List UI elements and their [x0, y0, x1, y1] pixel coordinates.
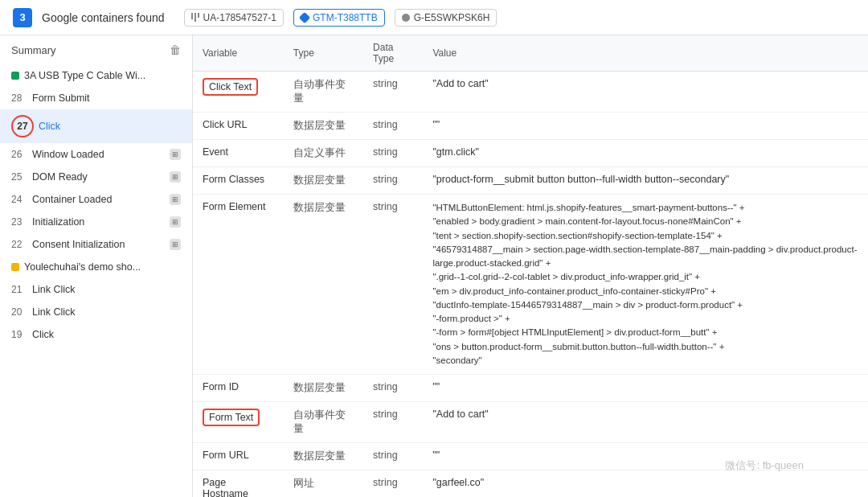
- cell-variable: Form Element: [193, 195, 284, 375]
- cell-variable: Form URL: [193, 443, 284, 470]
- col-value: Value: [423, 35, 868, 72]
- cell-type: 数据层变量: [284, 167, 363, 195]
- tag-ua[interactable]: UA-178547527-1: [184, 9, 284, 27]
- table-row: Page Hostname 网址 string "garfeel.co": [193, 470, 868, 498]
- sidebar-label-youlechuhai: Youlechuhai's demo sho...: [24, 261, 181, 273]
- cell-dtype: string: [363, 195, 423, 375]
- summary-label: Summary: [11, 44, 56, 56]
- sidebar-item-formsubmit[interactable]: 28 Form Submit: [0, 87, 192, 109]
- header: 3 Google containers found UA-178547527-1…: [0, 0, 868, 35]
- tag-ga[interactable]: G-E5SWKPSK6H: [395, 9, 497, 27]
- sidebar-item-windowloaded[interactable]: 26 Window Loaded ⊞: [0, 143, 192, 166]
- item-num-21: 21: [11, 284, 27, 295]
- cell-type: 数据层变量: [284, 443, 363, 470]
- cell-value: "": [423, 113, 868, 140]
- highlighted-formtext: Form Text: [203, 409, 260, 426]
- cell-dtype: string: [363, 72, 423, 113]
- highlighted-variable: Click Text: [203, 78, 258, 96]
- cell-dtype: string: [363, 375, 423, 402]
- tag-gtm[interactable]: GTM-T388TTB: [293, 9, 385, 27]
- cell-value: "": [423, 375, 868, 402]
- col-variable: Variable: [193, 35, 284, 72]
- badge-icon-24: ⊞: [170, 194, 181, 205]
- table-row: Click Text 自动事件变量 string "Add to cart": [193, 72, 868, 113]
- table-row: Form URL 数据层变量 string "": [193, 443, 868, 470]
- item-num-19: 19: [11, 329, 27, 340]
- cell-type: 自动事件变量: [284, 72, 363, 113]
- cell-variable: Form Text: [193, 402, 284, 443]
- cell-variable: Page Hostname: [193, 470, 284, 498]
- cell-dtype: string: [363, 443, 423, 470]
- sidebar-label-domready: DOM Ready: [32, 171, 165, 183]
- col-type: Type: [284, 35, 363, 72]
- sidebar-label-windowloaded: Window Loaded: [32, 149, 165, 160]
- badge-icon-25: ⊞: [170, 171, 181, 183]
- badge-count: 3: [13, 8, 32, 27]
- orange-dot-icon: [11, 263, 19, 271]
- cell-value: "gtm.click": [423, 140, 868, 167]
- sidebar-label-consentinit: Consent Initialization: [32, 239, 165, 250]
- sidebar-item-3ausb[interactable]: 3A USB Type C Cable Wi...: [0, 64, 192, 87]
- item-num-26: 26: [11, 149, 27, 160]
- sidebar-item-linkclick-20[interactable]: 20 Link Click: [0, 301, 192, 323]
- item-num-24: 24: [11, 194, 27, 205]
- sidebar-label-linkclick-21: Link Click: [32, 284, 181, 295]
- sidebar-item-containerloaded[interactable]: 24 Container Loaded ⊞: [0, 188, 192, 211]
- table-row: Form Text 自动事件变量 string "Add to cart": [193, 402, 868, 443]
- badge-icon-22: ⊞: [170, 239, 181, 250]
- table-row: Form Classes 数据层变量 string "product-form_…: [193, 167, 868, 195]
- cell-type: 自定义事件: [284, 140, 363, 167]
- sidebar-item-click-19[interactable]: 19 Click: [0, 323, 192, 346]
- sidebar-item-initialization[interactable]: 23 Initialization ⊞: [0, 211, 192, 233]
- cell-type: 数据层变量: [284, 375, 363, 402]
- cell-value: "": [423, 443, 868, 470]
- ga-icon: [402, 14, 410, 22]
- sidebar-label-linkclick-20: Link Click: [32, 306, 181, 318]
- sidebar-header: Summary 🗑: [0, 35, 192, 64]
- item-num-25: 25: [11, 171, 27, 183]
- item-num-22: 22: [11, 239, 27, 250]
- cell-value: "Add to cart": [423, 402, 868, 443]
- badge-icon-26: ⊞: [170, 149, 181, 160]
- col-dtype: Data Type: [363, 35, 423, 72]
- item-num-20: 20: [11, 306, 27, 318]
- sidebar-item-youlechuhai[interactable]: Youlechuhai's demo sho...: [0, 256, 192, 278]
- circle-27-badge: 27: [11, 115, 34, 138]
- tag-ua-label: UA-178547527-1: [203, 12, 276, 23]
- sidebar-item-linkclick-21[interactable]: 21 Link Click: [0, 278, 192, 301]
- bar-icon: [191, 13, 199, 22]
- item-num-23: 23: [11, 216, 27, 228]
- sidebar-item-consentinit[interactable]: 22 Consent Initialization ⊞: [0, 233, 192, 256]
- cell-type: 自动事件变量: [284, 402, 363, 443]
- variables-table: Variable Type Data Type Value Click Text…: [193, 35, 868, 497]
- sidebar-item-click-27[interactable]: 27 Click: [0, 109, 192, 143]
- header-title: Google containers found: [42, 11, 165, 24]
- sidebar: Summary 🗑 3A USB Type C Cable Wi... 28 F…: [0, 35, 193, 497]
- main-content: Variable Type Data Type Value Click Text…: [193, 35, 868, 497]
- cell-dtype: string: [363, 470, 423, 498]
- cell-dtype: string: [363, 167, 423, 195]
- cell-dtype: string: [363, 113, 423, 140]
- cell-value-long: "HTMLButtonElement: html.js.shopify-feat…: [423, 195, 868, 375]
- cell-type: 数据层变量: [284, 195, 363, 375]
- cell-variable: Click URL: [193, 113, 284, 140]
- sidebar-label-click-19: Click: [32, 329, 181, 340]
- cell-dtype: string: [363, 402, 423, 443]
- sidebar-item-domready[interactable]: 25 DOM Ready ⊞: [0, 166, 192, 188]
- table-row: Click URL 数据层变量 string "": [193, 113, 868, 140]
- item-num-28: 28: [11, 92, 27, 104]
- sidebar-label-containerloaded: Container Loaded: [32, 194, 165, 205]
- sidebar-label-3ausb: 3A USB Type C Cable Wi...: [24, 70, 181, 81]
- sidebar-label-initialization: Initialization: [32, 216, 165, 228]
- trash-icon[interactable]: 🗑: [170, 43, 181, 56]
- table-row: Event 自定义事件 string "gtm.click": [193, 140, 868, 167]
- sidebar-label-click-27: Click: [39, 121, 181, 132]
- cell-variable: Click Text: [193, 72, 284, 113]
- gtm-icon: [299, 11, 310, 23]
- cell-dtype: string: [363, 140, 423, 167]
- table-row: Form ID 数据层变量 string "": [193, 375, 868, 402]
- cell-variable: Form Classes: [193, 167, 284, 195]
- tag-gtm-label: GTM-T388TTB: [313, 12, 378, 23]
- tag-ga-label: G-E5SWKPSK6H: [414, 12, 490, 23]
- sidebar-label-formsubmit: Form Submit: [32, 92, 181, 104]
